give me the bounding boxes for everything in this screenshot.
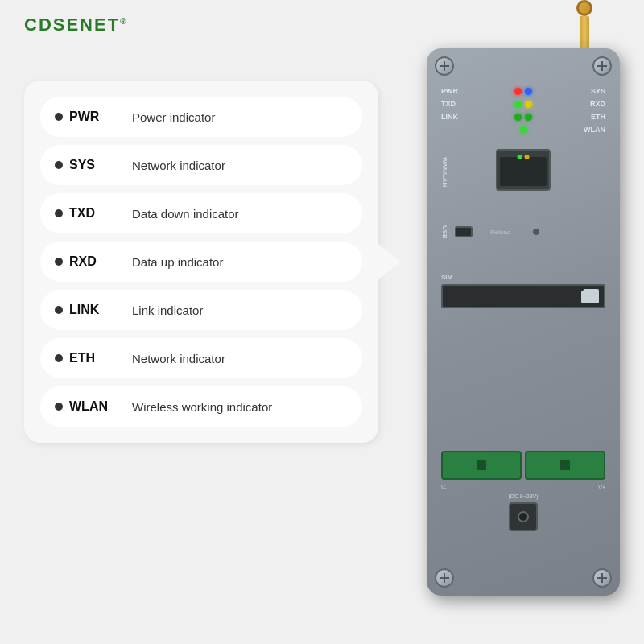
indicator-dot-pwr: [55, 113, 63, 121]
indicator-row-sys: SYS Network indicator: [40, 145, 362, 185]
screw-top-right: [592, 56, 612, 76]
usb-label: USB: [441, 225, 448, 239]
indicator-name-pwr: PWR: [69, 109, 118, 124]
led-rxd-yellow: [525, 101, 532, 108]
led-label-rxd: RXD: [581, 100, 605, 108]
screw-bottom-left: [435, 568, 454, 588]
led-group-txd-rxd: [514, 101, 532, 108]
indicator-desc-pwr: Power indicator: [132, 110, 215, 124]
indicator-dot-txd: [55, 209, 63, 217]
indicator-desc-link: Link indicator: [132, 303, 203, 317]
eth-led-yellow: [525, 155, 530, 159]
led-row-wlan: WLAN: [441, 126, 605, 134]
label-v-minus: V-: [441, 485, 447, 490]
led-row-txd-rxd: TXD RXD: [441, 100, 605, 108]
indicator-desc-rxd: Data up indicator: [132, 255, 223, 269]
terminal-v-minus: [441, 451, 522, 480]
screw-top-left: [435, 56, 454, 76]
sim-area: SIM: [441, 274, 605, 308]
power-area: V- V+ (DC 8~28V): [441, 451, 605, 531]
led-group-link-eth: [514, 114, 532, 121]
led-eth-green: [525, 114, 532, 121]
indicator-panel: PWR Power indicator SYS Network indicato…: [24, 80, 378, 443]
led-pwr-red: [514, 88, 522, 95]
terminal-block: [441, 451, 605, 480]
sim-label: SIM: [441, 274, 605, 281]
led-label-txd: TXD: [441, 100, 465, 108]
led-row-link-eth: LINK ETH: [441, 113, 605, 121]
led-sys-blue: [525, 88, 532, 95]
indicator-dot-link: [55, 306, 63, 314]
indicator-row-wlan: WLAN Wireless working indicator: [40, 386, 362, 427]
device-body: PWR SYS TXD RXD LINK: [427, 48, 620, 596]
led-label-wlan: WLAN: [581, 126, 605, 134]
eth-led-row: [518, 155, 530, 159]
sim-card-icon: [581, 289, 599, 303]
indicator-name-wlan: WLAN: [69, 399, 118, 414]
indicator-dot-wlan: [55, 402, 63, 411]
led-group-wlan: [520, 126, 527, 134]
led-label-link: LINK: [441, 113, 465, 121]
indicator-desc-wlan: Wireless working indicator: [132, 400, 272, 414]
screw-bottom-right: [592, 568, 612, 588]
terminal-inner-plus: [560, 460, 570, 470]
indicator-name-link: LINK: [69, 303, 118, 317]
led-group-pwr-sys: [514, 88, 532, 95]
indicator-row-pwr: PWR Power indicator: [40, 97, 362, 137]
indicator-row-rxd: RXD Data up indicator: [40, 242, 362, 282]
reload-label: Reload: [490, 229, 510, 236]
indicator-name-sys: SYS: [69, 158, 118, 172]
indicator-name-rxd: RXD: [69, 254, 118, 269]
led-row-pwr-sys: PWR SYS: [441, 87, 605, 95]
label-v-plus: V+: [598, 485, 605, 490]
indicator-desc-eth: Network indicator: [132, 352, 225, 365]
usb-port: [455, 226, 473, 237]
indicator-name-eth: ETH: [69, 351, 118, 365]
terminal-inner-minus: [477, 460, 486, 470]
indicator-dot-rxd: [55, 258, 63, 266]
indicator-desc-txd: Data down indicator: [132, 207, 239, 221]
dc-jack: [509, 502, 538, 531]
indicator-desc-sys: Network indicator: [132, 159, 225, 172]
usb-area: USB Reload: [441, 225, 539, 239]
indicator-name-txd: TXD: [69, 206, 118, 221]
terminal-v-plus: [525, 451, 605, 480]
power-label: (DC 8~28V): [441, 493, 605, 499]
eth-led-green: [518, 155, 522, 159]
indicator-dot-sys: [55, 161, 63, 169]
wan-lan-port: WAN/LAN: [443, 149, 604, 191]
indicator-row-eth: ETH Network indicator: [40, 338, 362, 378]
sim-slot: [441, 284, 605, 308]
ethernet-port: [496, 149, 551, 191]
led-wlan-green: [520, 126, 527, 134]
led-label-sys: SYS: [581, 87, 605, 95]
led-label-pwr: PWR: [441, 87, 465, 95]
antenna-connector: [576, 0, 592, 16]
reload-button[interactable]: [533, 229, 539, 235]
device-illustration: PWR SYS TXD RXD LINK: [427, 48, 620, 596]
dc-jack-inner: [518, 511, 529, 522]
led-link-green: [514, 114, 522, 121]
wan-label: WAN/LAN: [441, 157, 448, 187]
indicator-dot-eth: [55, 354, 63, 362]
indicator-row-txd: TXD Data down indicator: [40, 193, 362, 233]
indicator-row-link: LINK Link indicator: [40, 290, 362, 330]
eth-inner: [500, 157, 547, 186]
brand-logo: CDSENET®: [24, 14, 128, 35]
led-txd-green: [514, 101, 522, 108]
led-area: PWR SYS TXD RXD LINK: [441, 87, 605, 138]
led-label-eth: ETH: [581, 113, 605, 121]
